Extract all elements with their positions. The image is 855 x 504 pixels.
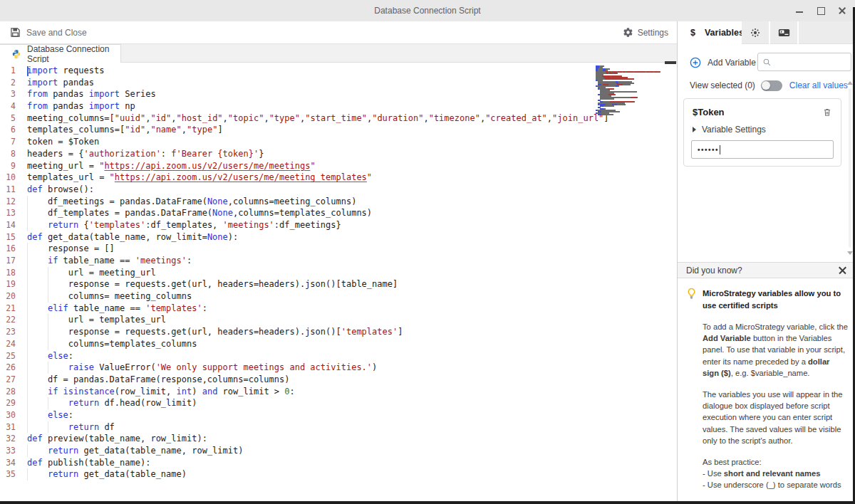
save-icon <box>10 27 21 38</box>
variable-value-input[interactable]: •••••• <box>691 140 834 159</box>
code-line[interactable]: 9meeting_url = "https://api.zoom.us/v2/u… <box>0 160 677 172</box>
view-selected-row: View selected (0) Clear all values <box>678 77 855 94</box>
masked-value: •••••• <box>698 146 719 154</box>
header-filler <box>799 21 855 44</box>
code-line[interactable]: 26 raise ValueError('We only support mee… <box>0 362 677 374</box>
view-selected-label: View selected (0) <box>690 80 755 90</box>
dollar-icon: $ <box>690 28 695 38</box>
delete-variable-button[interactable] <box>822 107 832 117</box>
add-variable-label: Add Variable <box>708 58 756 68</box>
code-line[interactable]: 35 return get_data(table_name) <box>0 468 677 481</box>
code-line[interactable]: 18 url = meeting_url <box>0 267 677 279</box>
tab-console[interactable] <box>770 21 797 44</box>
code-line[interactable]: 22 url = templates_url <box>0 314 677 326</box>
variable-card: $Token Variable Settings •••••• <box>683 98 841 167</box>
close-tips-button[interactable] <box>838 266 848 275</box>
window-title: Database Connection Script <box>0 6 855 16</box>
code-line[interactable]: 17 if table_name == 'meetings': <box>0 255 677 267</box>
code-line[interactable]: 33 return get_data(table_name, row_limit… <box>0 445 677 457</box>
code-line[interactable]: 6templates_columns=["id","name","type"] <box>0 124 677 136</box>
code-line[interactable]: 29 return df.head(row_limit) <box>0 397 677 409</box>
gear-icon <box>623 27 633 38</box>
code-line[interactable]: 25 else: <box>0 350 677 362</box>
code-line[interactable]: 14 return {'templates':df_templates, 'me… <box>0 219 677 231</box>
code-line[interactable]: 15def get_data(table_name, row_limit=Non… <box>0 231 677 243</box>
tip-title: MicroStrategy variables allow you to use… <box>703 288 844 311</box>
code-line[interactable]: 21 elif table_name == 'templates': <box>0 303 677 315</box>
code-line[interactable]: 11def browse(): <box>0 184 677 196</box>
right-panel: $ Variables Add Variable <box>677 21 855 501</box>
clear-all-values-link[interactable]: Clear all values <box>789 80 848 90</box>
input-cursor <box>720 145 720 154</box>
code-line[interactable]: 8headers = {'authorization': f'Bearer {t… <box>0 148 677 160</box>
save-and-close-label: Save and Close <box>26 28 87 38</box>
settings-button[interactable]: Settings <box>623 27 668 38</box>
code-line[interactable]: 13 df_templates = pandas.DataFrame(None,… <box>0 207 677 219</box>
code-line[interactable]: 27 df = pandas.DataFrame(response,column… <box>0 374 677 386</box>
did-you-know-panel: Did you know? MicroStrategy variables al… <box>678 262 855 501</box>
add-circle-icon <box>690 57 701 68</box>
code-line[interactable]: 7token = $Token <box>0 136 677 148</box>
close-button[interactable] <box>838 6 848 16</box>
variable-settings-expander[interactable]: Variable Settings <box>684 117 841 135</box>
tip-best-practice: As best practice:- Use short and relevan… <box>703 456 848 491</box>
scroll-up-icon[interactable] <box>847 81 853 85</box>
code-line[interactable]: 23 response = requests.get(url, headers=… <box>0 326 677 338</box>
minimap[interactable] <box>596 65 674 120</box>
lightbulb-icon <box>687 288 696 311</box>
did-you-know-header: Did you know? <box>678 262 855 278</box>
view-selected-toggle[interactable] <box>761 80 782 91</box>
code-line[interactable]: 28 if isinstance(row_limit, int) and row… <box>0 386 677 398</box>
code-line[interactable]: 1import requests <box>0 65 677 77</box>
caret-right-icon <box>693 127 696 132</box>
code-line[interactable]: 20 columns= meeting_columns <box>0 290 677 303</box>
code-line[interactable]: 31 return df <box>0 421 677 434</box>
settings-label: Settings <box>638 28 668 38</box>
tip-title-row: MicroStrategy variables allow you to use… <box>678 278 855 311</box>
code-line[interactable]: 3from pandas import Series <box>0 88 677 100</box>
variable-search-input[interactable] <box>774 58 842 66</box>
code-editor[interactable]: 1import requests2import pandas3from pand… <box>0 63 677 501</box>
save-and-close-button[interactable]: Save and Close <box>10 27 87 38</box>
code-line[interactable]: 19 response = requests.get(url, headers=… <box>0 278 677 290</box>
code-line[interactable]: 16 response = [] <box>0 243 677 255</box>
tab-label: Database Connection Script <box>27 44 120 64</box>
titlebar: Database Connection Script <box>0 0 855 21</box>
variable-search-box <box>757 53 851 71</box>
code-line[interactable]: 34def publish(table_name): <box>0 457 677 469</box>
search-icon <box>762 58 772 67</box>
tab-database-connection-script[interactable]: Database Connection Script <box>0 44 121 63</box>
code-line[interactable]: 24 columns=templates_columns <box>0 338 677 350</box>
variable-card-header: $Token <box>684 99 841 117</box>
code-line[interactable]: 5meeting_columns=["uuid","id","host_id",… <box>0 112 677 125</box>
code-line[interactable]: 10templates_url = "https://api.zoom.us/v… <box>0 172 677 184</box>
maximize-button[interactable] <box>817 6 826 16</box>
window-controls <box>795 0 848 21</box>
variables-tab-label: Variables <box>705 28 744 38</box>
console-icon <box>778 28 790 38</box>
did-you-know-title: Did you know? <box>686 266 742 275</box>
python-icon <box>11 49 21 59</box>
variable-settings-label: Variable Settings <box>702 125 766 135</box>
code-lines: 1import requests2import pandas3from pand… <box>0 65 677 481</box>
tab-variables[interactable]: $ Variables <box>678 21 742 44</box>
scroll-down-icon[interactable] <box>847 251 853 255</box>
window-bottom-edge <box>0 501 855 504</box>
toolbar: Save and Close Settings <box>0 21 677 44</box>
tab-packages[interactable] <box>742 21 769 44</box>
packages-icon <box>750 27 761 38</box>
toggle-knob <box>762 81 770 90</box>
app-window: Database Connection Script Save and Clos… <box>0 0 855 504</box>
text-cursor <box>27 66 28 76</box>
right-panel-header: $ Variables <box>678 21 855 44</box>
code-line[interactable]: 32def preview(table_name, row_limit): <box>0 433 677 445</box>
minimize-button[interactable] <box>795 6 805 16</box>
code-line[interactable]: 12 df_meetings = pandas.DataFrame(None,c… <box>0 196 677 208</box>
code-line[interactable]: 2import pandas <box>0 77 677 89</box>
tip-paragraph-2: The variables you use will appear in the… <box>703 389 848 446</box>
variable-name: $Token <box>693 107 725 117</box>
scrollbar-track <box>849 88 851 248</box>
editor-resize-handle[interactable] <box>665 61 676 64</box>
code-line[interactable]: 30 else: <box>0 409 677 421</box>
code-line[interactable]: 4from pandas import np <box>0 100 677 112</box>
